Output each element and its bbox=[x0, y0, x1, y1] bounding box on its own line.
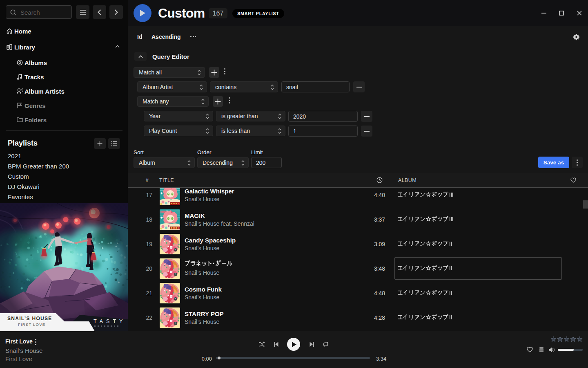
svg-text:FIRST LOVE: FIRST LOVE bbox=[18, 322, 45, 327]
svg-text:TASTY: TASTY bbox=[94, 319, 126, 324]
svg-text:SNAIL’S HOUSE: SNAIL’S HOUSE bbox=[7, 316, 52, 321]
